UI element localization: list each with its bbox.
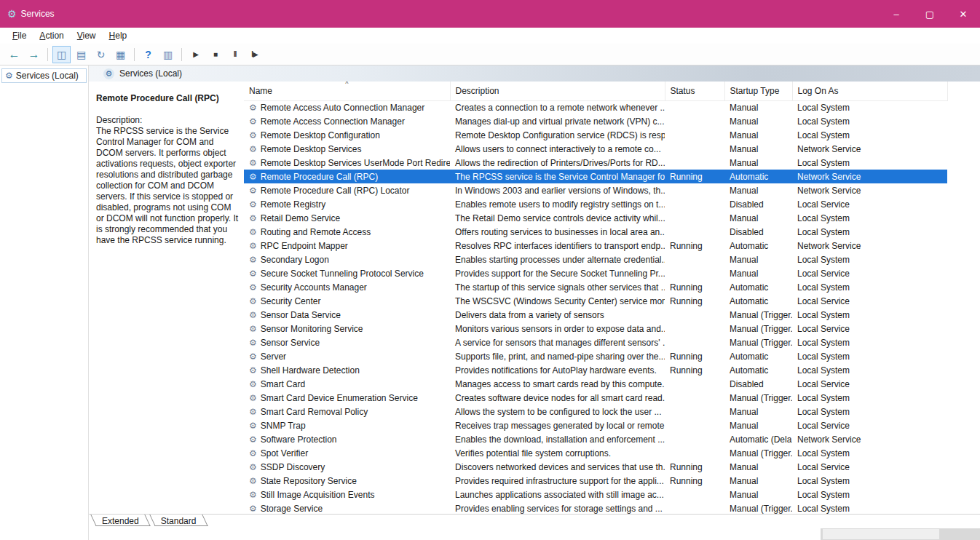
service-name-cell: ⚙Remote Desktop Services UserMode Port R… — [244, 156, 450, 170]
service-row[interactable]: ⚙Storage ServiceProvides enabling servic… — [244, 501, 947, 514]
service-status-cell: Running — [665, 294, 724, 308]
service-logon-cell: Local Service — [792, 377, 947, 391]
service-row[interactable]: ⚙Sensor Data ServiceDelivers data from a… — [244, 308, 947, 322]
service-startup-cell: Manual — [724, 211, 792, 225]
service-row[interactable]: ⚙SNMP TrapReceives trap messages generat… — [244, 418, 947, 432]
service-startup-cell: Automatic — [724, 294, 792, 308]
service-row[interactable]: ⚙Remote Procedure Call (RPC)The RPCSS se… — [244, 170, 947, 183]
service-status-cell — [665, 501, 724, 514]
column-header-description[interactable]: Description — [450, 82, 665, 100]
close-button[interactable]: ✕ — [947, 0, 980, 28]
service-row[interactable]: ⚙RPC Endpoint MapperResolves RPC interfa… — [244, 239, 947, 253]
show-action-pane-button[interactable]: ▥ — [159, 46, 177, 63]
service-row[interactable]: ⚙Remote Desktop Services UserMode Port R… — [244, 156, 947, 170]
service-row[interactable]: ⚙SSDP DiscoveryDiscovers networked devic… — [244, 460, 947, 474]
service-name-cell: ⚙Remote Registry — [244, 197, 450, 211]
help-button[interactable]: ? — [139, 46, 157, 63]
service-row[interactable]: ⚙Still Image Acquisition EventsLaunches … — [244, 488, 947, 501]
service-description-cell: Receives trap messages generated by loca… — [450, 418, 665, 432]
service-logon-cell: Local Service — [792, 197, 947, 211]
services-window: ⚙ Services –▢✕ FileActionViewHelp ←→◫▤↻▦… — [0, 0, 980, 540]
properties-button[interactable]: ▤ — [72, 46, 90, 63]
horizontal-scrollbar[interactable] — [821, 528, 980, 540]
stop-service-button[interactable]: ■ — [206, 46, 224, 63]
restart-service-button[interactable]: I▶ — [245, 46, 264, 63]
show-console-tree-button[interactable]: ◫ — [52, 46, 71, 63]
service-row[interactable]: ⚙Shell Hardware DetectionProvides notifi… — [244, 363, 947, 377]
service-row[interactable]: ⚙Secure Socket Tunneling Protocol Servic… — [244, 266, 947, 280]
service-name-cell: ⚙Sensor Monitoring Service — [244, 322, 450, 335]
service-name-cell: ⚙Software Protection — [244, 432, 450, 446]
service-row[interactable]: ⚙Remote RegistryEnables remote users to … — [244, 197, 947, 211]
column-header-log-on-as[interactable]: Log On As — [792, 82, 947, 100]
refresh-button[interactable]: ↻ — [92, 46, 110, 63]
service-row[interactable]: ⚙Retail Demo ServiceThe Retail Demo serv… — [244, 211, 947, 225]
menu-item-action[interactable]: Action — [33, 29, 70, 42]
tab-standard[interactable]: Standard — [152, 515, 210, 528]
column-header-status[interactable]: Status — [665, 82, 724, 100]
service-logon-cell: Network Service — [792, 170, 947, 183]
service-row[interactable]: ⚙Remote Desktop ConfigurationRemote Desk… — [244, 128, 947, 142]
service-gear-icon: ⚙ — [249, 116, 257, 127]
menu-item-view[interactable]: View — [71, 29, 103, 42]
tab-extended[interactable]: Extended — [93, 515, 152, 528]
service-logon-cell: Local System — [792, 501, 947, 514]
tree-item-services-local[interactable]: ⚙ Services (Local) — [1, 68, 87, 83]
service-row[interactable]: ⚙Sensor Monitoring ServiceMonitors vario… — [244, 322, 947, 335]
service-name-cell: ⚙Remote Procedure Call (RPC) Locator — [244, 183, 450, 197]
back-button[interactable]: ← — [5, 46, 23, 63]
service-name-cell: ⚙Sensor Service — [244, 335, 450, 349]
service-startup-cell: Manual (Trigger... — [724, 308, 792, 322]
service-name-cell: ⚙RPC Endpoint Mapper — [244, 239, 450, 253]
service-row[interactable]: ⚙Remote Procedure Call (RPC) LocatorIn W… — [244, 183, 947, 197]
service-row[interactable]: ⚙ServerSupports file, print, and named-p… — [244, 349, 947, 363]
service-gear-icon: ⚙ — [249, 338, 257, 348]
start-service-button[interactable]: ▶ — [186, 46, 205, 63]
service-status-cell — [665, 418, 724, 432]
service-row[interactable]: ⚙State Repository ServiceProvides requir… — [244, 474, 947, 488]
export-list-button[interactable]: ▦ — [111, 46, 130, 63]
forward-button[interactable]: → — [25, 46, 43, 63]
service-startup-cell: Disabled — [724, 197, 792, 211]
service-status-cell — [665, 100, 724, 114]
service-row[interactable]: ⚙Smart Card Removal PolicyAllows the sys… — [244, 405, 947, 418]
service-row[interactable]: ⚙Software ProtectionEnables the download… — [244, 432, 947, 446]
service-startup-cell: Manual (Trigger... — [724, 335, 792, 349]
service-row[interactable]: ⚙Routing and Remote AccessOffers routing… — [244, 225, 947, 239]
service-logon-cell: Local System — [792, 349, 947, 363]
service-row[interactable]: ⚙Security Accounts ManagerThe startup of… — [244, 280, 947, 294]
service-row[interactable]: ⚙Remote Desktop ServicesAllows users to … — [244, 142, 947, 156]
horizontal-scrollbar-thumb[interactable] — [823, 529, 939, 539]
service-gear-icon: ⚙ — [249, 241, 257, 251]
service-row[interactable]: ⚙Security CenterThe WSCSVC (Windows Secu… — [244, 294, 947, 308]
minimize-button[interactable]: – — [880, 0, 913, 28]
service-row[interactable]: ⚙Remote Access Auto Connection ManagerCr… — [244, 100, 947, 114]
sort-indicator: ^ — [345, 82, 348, 87]
view-tabs: ExtendedStandard — [89, 514, 980, 528]
service-description-cell: Allows users to connect interactively to… — [450, 142, 665, 156]
services-header-icon: ⚙ — [103, 68, 114, 79]
service-row[interactable]: ⚙Remote Access Connection ManagerManages… — [244, 114, 947, 128]
menu-item-help[interactable]: Help — [103, 29, 134, 42]
service-gear-icon: ⚙ — [249, 434, 257, 445]
service-gear-icon: ⚙ — [249, 172, 257, 182]
service-name-cell: ⚙Smart Card Removal Policy — [244, 405, 450, 418]
service-gear-icon: ⚙ — [249, 407, 257, 417]
service-row[interactable]: ⚙Smart Card Device Enumeration ServiceCr… — [244, 391, 947, 405]
service-row[interactable]: ⚙Spot VerifierVerifies potential file sy… — [244, 446, 947, 460]
service-status-cell — [665, 335, 724, 349]
service-row[interactable]: ⚙Smart CardManages access to smart cards… — [244, 377, 947, 391]
title-bar: ⚙ Services –▢✕ — [0, 0, 980, 28]
service-logon-cell: Local System — [792, 156, 947, 170]
column-header-name[interactable]: Name^ — [244, 82, 450, 100]
column-header-startup-type[interactable]: Startup Type — [724, 82, 792, 100]
service-row[interactable]: ⚙Sensor ServiceA service for sensors tha… — [244, 335, 947, 349]
menu-item-file[interactable]: File — [6, 29, 33, 42]
service-logon-cell: Local System — [792, 391, 947, 405]
service-startup-cell: Manual — [724, 474, 792, 488]
pause-service-button[interactable]: II — [226, 46, 244, 63]
service-status-cell — [665, 253, 724, 266]
service-row[interactable]: ⚙Secondary LogonEnables starting process… — [244, 253, 947, 266]
service-status-cell — [665, 197, 724, 211]
maximize-button[interactable]: ▢ — [913, 0, 947, 28]
